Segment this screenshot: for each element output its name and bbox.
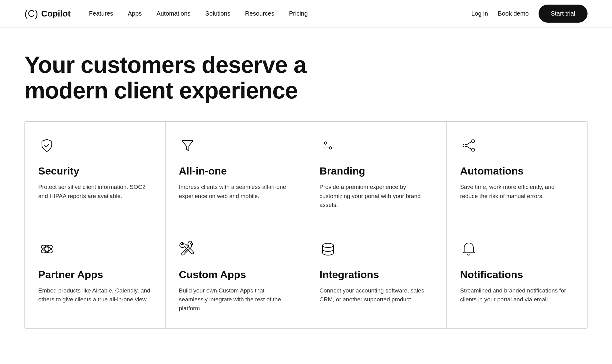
feature-desc-integrations: Connect your accounting software, sales … bbox=[319, 286, 433, 304]
logo[interactable]: (C) Copilot bbox=[24, 8, 71, 19]
svg-point-3 bbox=[324, 142, 327, 144]
feature-cell-integrations: Integrations Connect your accounting sof… bbox=[306, 225, 447, 328]
svg-line-9 bbox=[466, 146, 472, 149]
book-demo-link[interactable]: Book demo bbox=[498, 10, 529, 17]
svg-point-14 bbox=[323, 243, 334, 248]
database-icon bbox=[319, 241, 337, 258]
branch-icon bbox=[460, 137, 477, 154]
hero-title: Your customers deserve a modern client e… bbox=[24, 52, 330, 103]
feature-desc-all-in-one: Impress clients with a seamless all-in-o… bbox=[179, 182, 293, 200]
feature-title-security: Security bbox=[38, 165, 152, 177]
wrench-icon bbox=[179, 241, 196, 258]
feature-title-partner-apps: Partner Apps bbox=[38, 269, 152, 281]
feature-cell-notifications: Notifications Streamlined and branded no… bbox=[447, 225, 588, 328]
feature-title-notifications: Notifications bbox=[460, 269, 574, 281]
svg-marker-0 bbox=[182, 141, 193, 151]
start-trial-button[interactable]: Start trial bbox=[539, 5, 588, 23]
sliders-icon bbox=[319, 137, 337, 154]
feature-desc-partner-apps: Embed products like Airtable, Calendly, … bbox=[38, 286, 152, 304]
svg-point-6 bbox=[472, 140, 475, 143]
nav-link-automations[interactable]: Automations bbox=[156, 10, 190, 17]
feature-title-custom-apps: Custom Apps bbox=[179, 269, 293, 281]
feature-cell-partner-apps: Partner Apps Embed products like Airtabl… bbox=[25, 225, 166, 328]
nav-link-apps[interactable]: Apps bbox=[128, 10, 142, 17]
feature-title-integrations: Integrations bbox=[319, 269, 433, 281]
feature-title-automations: Automations bbox=[460, 165, 574, 177]
feature-desc-branding: Provide a premium experience by customiz… bbox=[319, 182, 433, 209]
logo-text: Copilot bbox=[41, 9, 70, 19]
svg-point-10 bbox=[45, 247, 49, 251]
feature-desc-custom-apps: Build your own Custom Apps that seamless… bbox=[179, 286, 293, 313]
login-link[interactable]: Log in bbox=[471, 10, 488, 17]
svg-line-8 bbox=[466, 142, 472, 145]
nav-link-features[interactable]: Features bbox=[89, 10, 113, 17]
navbar-right: Log in Book demo Start trial bbox=[471, 5, 588, 23]
shield-icon bbox=[38, 137, 55, 154]
feature-desc-security: Protect sensitive client information. SO… bbox=[38, 182, 152, 200]
svg-point-5 bbox=[463, 144, 466, 147]
filter-icon bbox=[179, 137, 196, 154]
feature-cell-branding: Branding Provide a premium experience by… bbox=[306, 122, 447, 225]
feature-cell-custom-apps: Custom Apps Build your own Custom Apps t… bbox=[166, 225, 306, 328]
logo-icon: (C) bbox=[24, 8, 38, 19]
feature-desc-automations: Save time, work more efficiently, and re… bbox=[460, 182, 574, 200]
navbar-left: (C) Copilot Features Apps Automations So… bbox=[24, 8, 308, 19]
feature-cell-all-in-one: All-in-one Impress clients with a seamle… bbox=[166, 122, 306, 225]
orbit-icon bbox=[38, 241, 55, 258]
navbar: (C) Copilot Features Apps Automations So… bbox=[0, 0, 612, 28]
main-content: Your customers deserve a modern client e… bbox=[0, 28, 612, 353]
svg-point-4 bbox=[329, 147, 332, 149]
feature-desc-notifications: Streamlined and branded notifications fo… bbox=[460, 286, 574, 304]
nav-link-pricing[interactable]: Pricing bbox=[289, 10, 308, 17]
bell-icon bbox=[460, 241, 477, 258]
feature-cell-security: Security Protect sensitive client inform… bbox=[25, 122, 166, 225]
svg-point-7 bbox=[472, 148, 475, 151]
feature-title-all-in-one: All-in-one bbox=[179, 165, 293, 177]
features-grid: Security Protect sensitive client inform… bbox=[24, 121, 588, 329]
feature-cell-automations: Automations Save time, work more efficie… bbox=[447, 122, 588, 225]
nav-links: Features Apps Automations Solutions Reso… bbox=[89, 10, 308, 17]
feature-title-branding: Branding bbox=[319, 165, 433, 177]
nav-link-solutions[interactable]: Solutions bbox=[205, 10, 230, 17]
nav-link-resources[interactable]: Resources bbox=[245, 10, 274, 17]
